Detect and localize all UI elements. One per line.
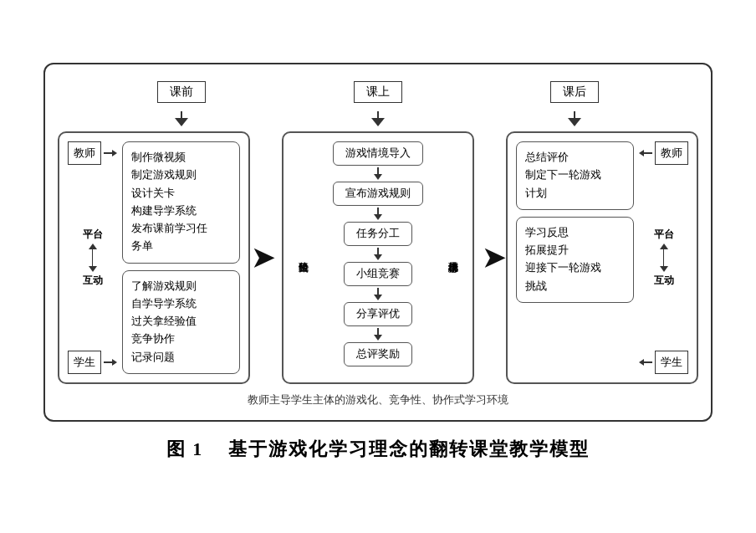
teacher-content-left: 制作微视频 制定游戏规则 设计关卡 构建导学系统 发布课前学习任 务单 [122,141,240,264]
middle-box-2: 宣布游戏规则 [333,182,423,206]
figure-title: 图 1 基于游戏化学习理念的翻转课堂教学模型 [43,437,713,462]
arrow-2-3 [374,208,382,220]
phase-labels: 课前 课上 课后 [58,81,698,103]
arrow-after [568,111,581,126]
phase-label-before: 课前 [157,81,206,103]
student-content-left: 了解游戏规则 自学导学系统 过关拿经验值 竞争协作 记录问题 [122,270,240,374]
diagram-caption: 教师主导学生主体的游戏化、竞争性、协作式学习环境 [58,392,698,407]
student-box-right: 学生 [655,351,688,374]
diagram-area: 课前 课上 课后 [43,63,713,422]
arrow-3-4 [374,248,382,260]
left-panel: 教师 平台 [58,131,250,384]
interaction-label-left: 互动 [83,274,103,288]
student-content-right: 学习反思 拓展提升 迎接下一轮游戏 挑战 [516,217,634,303]
middle-panel: 经验值奖励 游戏情境导入 宣布游戏规则 [282,131,474,384]
teacher-box-right: 教师 [655,141,688,165]
phase-label-after: 课后 [550,81,599,103]
interaction-label-right: 互动 [654,274,674,288]
right-panel: 总结评价 制定下一轮游戏 计划 学习反思 拓展提升 迎接下一轮游戏 挑战 [506,131,698,384]
middle-box-1: 游戏情境导入 [333,141,423,166]
platform-label-left: 平台 [83,228,103,242]
middle-box-3: 任务分工 [344,222,412,246]
phase-label-during: 课上 [354,81,402,103]
middle-box-6: 总评奖励 [344,342,412,366]
page-container: 课前 课上 课后 [18,46,738,487]
arrow-4-5 [374,288,382,300]
arrow-5-6 [374,328,382,341]
arrow-during [371,111,385,126]
figure-title-text: 基于游戏化学习理念的翻转课堂教学模型 [228,438,590,459]
arrow-to-middle: ➤ [250,242,275,274]
platform-label-right: 平台 [654,228,674,242]
arrow-to-right: ➤ [481,242,506,274]
teacher-box-left: 教师 [68,141,101,165]
middle-box-5: 分享评优 [344,302,412,326]
arrow-1-2 [374,167,382,180]
student-box-left: 学生 [68,351,101,374]
teacher-content-right: 总结评价 制定下一轮游戏 计划 [516,141,634,210]
middle-box-4: 小组竞赛 [344,262,412,286]
figure-number: 图 1 [166,438,204,459]
main-columns: 教师 平台 [58,131,698,384]
arrow-before [175,111,188,126]
